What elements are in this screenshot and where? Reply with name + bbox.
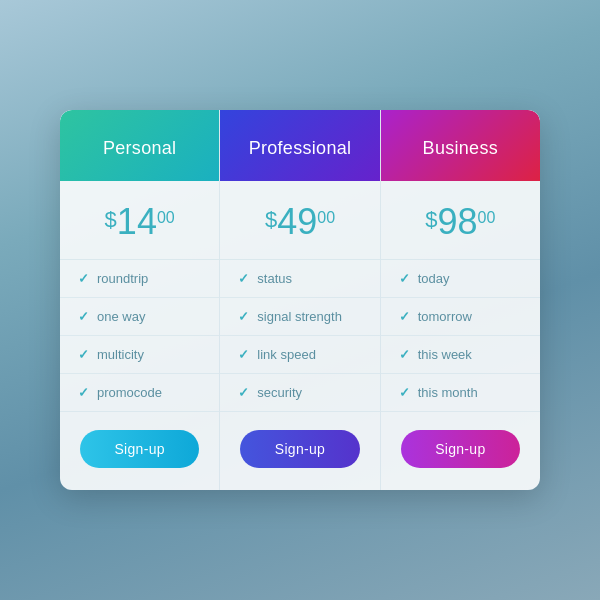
list-item: ✓signal strength [220, 298, 379, 336]
price-cents-professional: 00 [317, 209, 335, 227]
price-cents-business: 00 [478, 209, 496, 227]
price-business: $9800 [425, 201, 495, 243]
plan-header-professional: Professional [220, 110, 379, 181]
plan-card-professional: Professional$4900✓status✓signal strength… [220, 110, 380, 490]
list-item: ✓one way [60, 298, 219, 336]
plan-card-business: Business$9800✓today✓tomorrow✓this week✓t… [381, 110, 540, 490]
list-item: ✓tomorrow [381, 298, 540, 336]
list-item: ✓promocode [60, 374, 219, 412]
check-icon: ✓ [238, 385, 249, 400]
btn-section-professional: Sign-up [220, 412, 379, 490]
btn-section-business: Sign-up [381, 412, 540, 490]
price-professional: $4900 [265, 201, 335, 243]
list-item: ✓status [220, 260, 379, 298]
list-item: ✓multicity [60, 336, 219, 374]
check-icon: ✓ [399, 271, 410, 286]
features-list-professional: ✓status✓signal strength✓link speed✓secur… [220, 260, 379, 412]
currency-symbol-professional: $ [265, 207, 277, 233]
signup-button-business[interactable]: Sign-up [401, 430, 520, 468]
plan-name-business: Business [423, 138, 498, 158]
list-item: ✓this month [381, 374, 540, 412]
feature-label: tomorrow [418, 309, 472, 324]
check-icon: ✓ [399, 385, 410, 400]
plan-name-personal: Personal [103, 138, 176, 158]
check-icon: ✓ [399, 347, 410, 362]
price-section-professional: $4900 [220, 181, 379, 260]
plan-header-personal: Personal [60, 110, 219, 181]
check-icon: ✓ [78, 385, 89, 400]
feature-label: multicity [97, 347, 144, 362]
check-icon: ✓ [238, 271, 249, 286]
price-cents-personal: 00 [157, 209, 175, 227]
feature-label: one way [97, 309, 145, 324]
price-whole-business: 98 [438, 201, 478, 243]
list-item: ✓security [220, 374, 379, 412]
feature-label: this month [418, 385, 478, 400]
signup-button-professional[interactable]: Sign-up [240, 430, 359, 468]
plan-header-business: Business [381, 110, 540, 181]
features-list-personal: ✓roundtrip✓one way✓multicity✓promocode [60, 260, 219, 412]
price-personal: $1400 [105, 201, 175, 243]
btn-section-personal: Sign-up [60, 412, 219, 490]
feature-label: signal strength [257, 309, 342, 324]
feature-label: roundtrip [97, 271, 148, 286]
plan-name-professional: Professional [249, 138, 352, 158]
check-icon: ✓ [78, 271, 89, 286]
price-section-personal: $1400 [60, 181, 219, 260]
feature-label: promocode [97, 385, 162, 400]
features-list-business: ✓today✓tomorrow✓this week✓this month [381, 260, 540, 412]
feature-label: security [257, 385, 302, 400]
price-whole-personal: 14 [117, 201, 157, 243]
feature-label: link speed [257, 347, 316, 362]
pricing-container: Personal$1400✓roundtrip✓one way✓multicit… [60, 110, 540, 490]
signup-button-personal[interactable]: Sign-up [80, 430, 199, 468]
list-item: ✓roundtrip [60, 260, 219, 298]
feature-label: this week [418, 347, 472, 362]
check-icon: ✓ [399, 309, 410, 324]
plan-card-personal: Personal$1400✓roundtrip✓one way✓multicit… [60, 110, 220, 490]
price-section-business: $9800 [381, 181, 540, 260]
feature-label: status [257, 271, 292, 286]
check-icon: ✓ [238, 347, 249, 362]
check-icon: ✓ [78, 309, 89, 324]
currency-symbol-personal: $ [105, 207, 117, 233]
price-whole-professional: 49 [277, 201, 317, 243]
check-icon: ✓ [238, 309, 249, 324]
currency-symbol-business: $ [425, 207, 437, 233]
list-item: ✓link speed [220, 336, 379, 374]
list-item: ✓this week [381, 336, 540, 374]
feature-label: today [418, 271, 450, 286]
check-icon: ✓ [78, 347, 89, 362]
list-item: ✓today [381, 260, 540, 298]
